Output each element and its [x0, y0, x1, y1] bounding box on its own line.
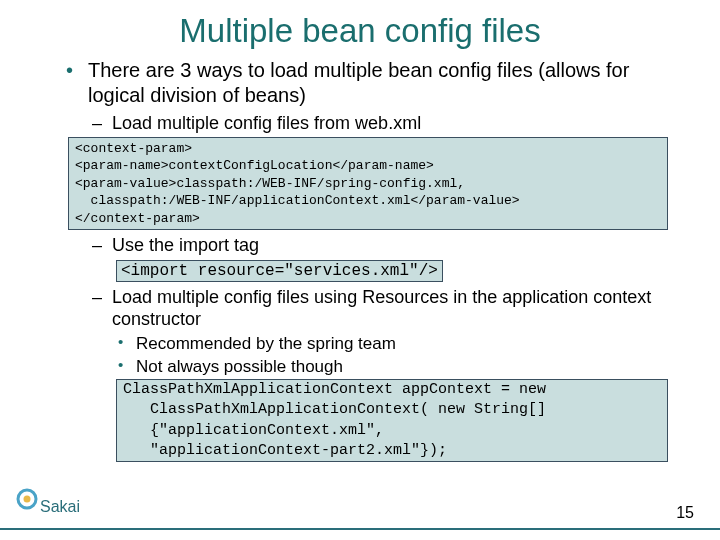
- slide-title: Multiple bean config files: [0, 12, 720, 50]
- bullet-main: There are 3 ways to load multiple bean c…: [60, 58, 680, 108]
- logo-text: Sakai: [40, 498, 80, 515]
- footer-divider: [0, 528, 720, 530]
- code-inline-import: <import resource="services.xml"/>: [116, 260, 443, 282]
- code-block-appcontext: ClassPathXmlApplicationContext appContex…: [116, 379, 668, 462]
- slide-body: There are 3 ways to load multiple bean c…: [0, 58, 720, 462]
- sub-bullet-webxml: Load multiple config files from web.xml: [88, 112, 680, 135]
- sub-bullet-resources: Load multiple config files using Resourc…: [88, 286, 680, 331]
- sub-bullet-import: Use the import tag: [88, 234, 680, 257]
- svg-point-1: [24, 496, 31, 503]
- sub-sub-recommended: Recommended by the spring team: [116, 333, 680, 354]
- code-block-context-param: <context-param> <param-name>contextConfi…: [68, 137, 668, 231]
- page-number: 15: [676, 504, 694, 522]
- sakai-logo: Sakai: [16, 488, 86, 526]
- sub-sub-not-always: Not always possible though: [116, 356, 680, 377]
